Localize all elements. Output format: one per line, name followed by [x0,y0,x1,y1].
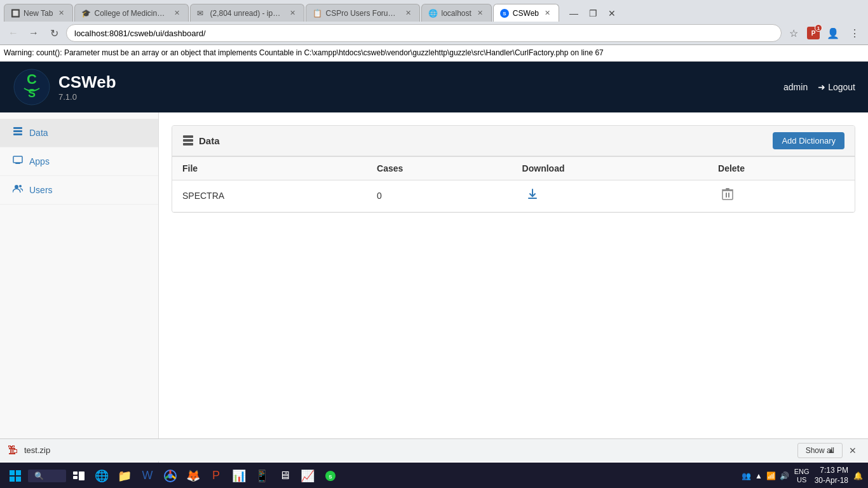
back-button[interactable]: ← [5,25,22,41]
svg-text:S: S [28,87,36,100]
taskbar-edge[interactable]: 🌐 [92,466,112,486]
tab-title-1: New Tab [24,9,53,18]
taskbar-sys-icons: 👥 ▲ 📶 🔊 [742,471,789,480]
logout-arrow-icon: ➜ [818,82,825,92]
cell-delete [708,180,855,212]
sidebar-label-users: Users [29,185,53,195]
taskbar-word[interactable]: W [137,466,158,486]
tab-title-5: localhost [441,9,471,18]
tab-close-5[interactable]: ✕ [475,8,485,18]
taskbar-carets-icon[interactable]: ▲ [755,471,763,480]
taskbar-app11[interactable]: 📈 [297,466,318,486]
tab-cspro[interactable]: 📋 CSPro Users Forum - Pc... ✕ [306,4,420,22]
forward-button[interactable]: → [25,25,42,41]
svg-rect-16 [722,191,733,200]
taskbar-firefox[interactable]: 🦊 [183,466,203,486]
taskbar-app12[interactable]: S [320,466,341,486]
app-header: C S CSWeb 7.1.0 admin ➜ Logout [0,62,868,112]
sidebar-item-data[interactable]: Data [0,119,158,147]
tab-title-4: CSPro Users Forum - Pc... [325,9,400,18]
svg-rect-6 [13,130,22,132]
svg-rect-26 [73,476,78,479]
panel-header: Data Add Dictionary [172,126,855,156]
extension-icon[interactable]: P 1 [807,27,820,39]
tab-favicon-5: 🌐 [428,9,437,18]
data-icon [13,126,23,139]
restore-button[interactable]: ❐ [585,5,601,22]
tab-title-3: (2,804 unread) - ipolufe... [210,9,284,18]
address-input[interactable] [66,24,782,42]
panel-title-text: Data [199,135,220,146]
tab-college[interactable]: 🎓 College of Medicine Int... ✕ [74,4,189,22]
tab-csweb[interactable]: S CSWeb ✕ [493,4,559,22]
taskbar-app9[interactable]: 📱 [252,466,272,486]
taskbar-notification-icon[interactable]: 🔔 [853,471,863,480]
chrome-icons: ☆ P 1 👤 ⋮ [785,25,863,41]
close-button[interactable]: ✕ [604,5,620,22]
search-icon: 🔍 [34,471,44,480]
logout-button[interactable]: ➜ Logout [818,82,855,92]
browser-chrome: 🔲 New Tab ✕ 🎓 College of Medicine Int...… [0,0,868,45]
warning-text: Warning: count(): Parameter must be an a… [4,48,604,57]
main-layout: Data Apps Users [0,112,868,463]
show-all-button[interactable]: Show all [797,443,843,458]
taskbar-lang: ENG [794,468,810,476]
tab-localhost[interactable]: 🌐 localhost ✕ [421,4,491,22]
taskbar-explorer[interactable]: 📁 [114,466,135,486]
date-display: 30-Apr-18 [815,476,848,486]
sidebar-label-apps: Apps [29,156,50,166]
svg-rect-20 [726,188,729,189]
sidebar: Data Apps Users [0,112,159,463]
svg-rect-9 [15,163,20,164]
taskbar-users-icon: 👥 [742,471,751,480]
taskbar-app8[interactable]: 📊 [229,466,249,486]
start-button[interactable] [5,466,25,486]
tab-new-tab[interactable]: 🔲 New Tab ✕ [4,4,73,22]
panel-title: Data [182,135,220,146]
svg-rect-21 [10,470,15,475]
tab-email[interactable]: ✉ (2,804 unread) - ipolufe... ✕ [190,4,304,22]
taskbar-taskview[interactable] [69,466,89,486]
tab-favicon-2: 🎓 [81,9,90,18]
tab-close-4[interactable]: ✕ [403,8,413,18]
minimize-button[interactable]: — [566,5,582,22]
bookmark-icon[interactable]: ☆ [785,25,802,41]
taskbar-chrome[interactable] [160,466,180,486]
svg-rect-24 [16,477,21,482]
taskbar-right: 👥 ▲ 📶 🔊 ENG US 7:13 PM 30-Apr-18 🔔 [742,466,863,485]
taskbar-powerpoint[interactable]: P [206,466,226,486]
logo-name: CSWeb [58,72,116,92]
account-icon[interactable]: 👤 [825,25,841,41]
logo-text: CSWeb 7.1.0 [58,72,116,102]
add-dictionary-button[interactable]: Add Dictionary [773,132,844,149]
svg-rect-14 [183,143,193,146]
taskbar-network-icon: 📶 [766,471,776,480]
table-row: SPECTRA 0 [172,180,855,212]
reload-button[interactable]: ↻ [46,25,62,41]
download-row-button[interactable] [522,187,543,205]
svg-point-11 [19,185,22,187]
table-header-row: File Cases Download Delete [172,156,855,180]
svg-rect-17 [726,193,727,198]
tab-close-6[interactable]: ✕ [543,8,552,18]
sidebar-item-users[interactable]: Users [0,176,158,205]
data-panel: Data Add Dictionary File Cases Download … [172,125,855,213]
taskbar-app10[interactable]: 🖥 [275,466,295,486]
download-bar-close-icon[interactable]: ✕ [845,444,860,457]
tab-close-3[interactable]: ✕ [288,8,297,18]
data-table: File Cases Download Delete SPECTRA 0 [172,156,855,212]
csweb-taskbar-icon: S [325,470,336,482]
panel-data-icon [182,135,194,146]
settings-icon[interactable]: ⋮ [846,25,863,41]
window-controls: — ❐ ✕ [566,5,620,22]
chrome-icon [164,470,177,482]
svg-rect-8 [13,156,22,163]
tab-close-1[interactable]: ✕ [57,8,66,18]
delete-row-button[interactable] [718,187,737,205]
tab-close-2[interactable]: ✕ [172,8,182,18]
logo-version: 7.1.0 [58,92,116,102]
sidebar-item-apps[interactable]: Apps [0,147,158,176]
svg-rect-25 [73,471,78,475]
taskbar-search[interactable]: 🔍 [28,470,66,482]
taskbar-volume-icon[interactable]: 🔊 [780,471,789,480]
